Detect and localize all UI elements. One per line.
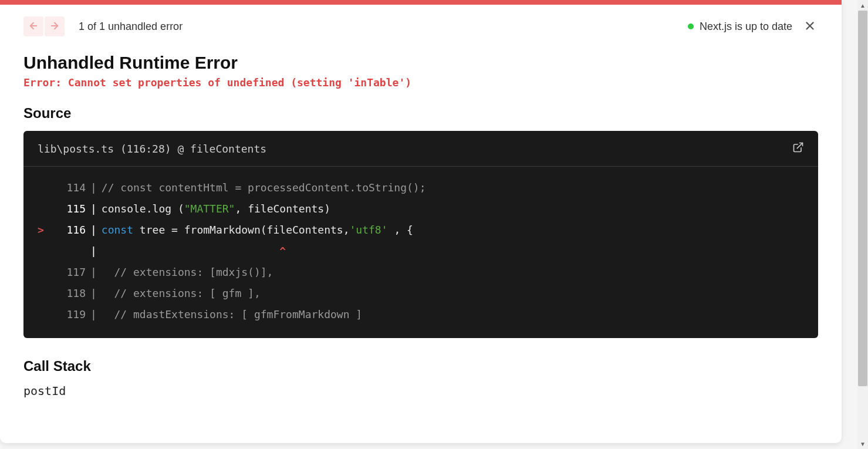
close-button[interactable] xyxy=(802,18,818,35)
source-location: lib\posts.ts (116:28) @ fileContents xyxy=(38,143,266,155)
external-link-icon xyxy=(792,143,804,156)
code-line-117: 117 | // extensions: [mdxjs()], xyxy=(38,262,804,283)
close-icon xyxy=(803,19,816,34)
source-heading: Source xyxy=(23,105,818,121)
nav-buttons xyxy=(23,16,65,36)
error-counter: 1 of 1 unhandled error xyxy=(79,21,183,33)
code-header: lib\posts.ts (116:28) @ fileContents xyxy=(23,131,818,167)
code-line-115: 115 | console.log ("MATTER", fileContent… xyxy=(38,198,804,220)
prev-error-button[interactable] xyxy=(23,16,43,36)
code-line-119: 119 | // mdastExtensions: [ gfmFromMarkd… xyxy=(38,304,804,325)
source-code-block: lib\posts.ts (116:28) @ fileContents 114… xyxy=(23,131,818,338)
scrollbar-thumb[interactable] xyxy=(858,11,867,386)
code-body: 114 | // const contentHtml = processedCo… xyxy=(23,167,818,338)
nav-group: 1 of 1 unhandled error xyxy=(23,16,183,36)
overlay-header: 1 of 1 unhandled error Next.js is up to … xyxy=(23,16,818,36)
scroll-down-icon[interactable]: ▼ xyxy=(857,438,868,449)
svg-line-4 xyxy=(797,143,802,148)
next-error-button[interactable] xyxy=(45,16,65,36)
code-line-114: 114 | // const contentHtml = processedCo… xyxy=(38,177,804,198)
status-dot-icon xyxy=(688,23,694,29)
status-text: Next.js is up to date xyxy=(700,21,792,33)
code-line-116: > 116 | const tree = fromMarkdown(fileCo… xyxy=(38,220,804,241)
caret-pointer-icon: ^ xyxy=(102,241,286,262)
callstack-heading: Call Stack xyxy=(23,358,818,374)
callstack-item-0: postId xyxy=(23,384,818,398)
open-in-editor-button[interactable] xyxy=(792,141,804,156)
overlay-top-accent xyxy=(0,0,842,5)
scroll-up-icon[interactable]: ▲ xyxy=(857,0,868,11)
code-caret-line: | ^ xyxy=(38,241,804,262)
arrow-left-icon xyxy=(28,21,39,33)
error-overlay: 1 of 1 unhandled error Next.js is up to … xyxy=(0,0,842,443)
error-message: Error: Cannot set properties of undefine… xyxy=(23,76,818,89)
arrow-right-icon xyxy=(49,21,60,33)
error-line-marker-icon: > xyxy=(38,220,46,241)
overlay-content: 1 of 1 unhandled error Next.js is up to … xyxy=(0,5,842,443)
status-group: Next.js is up to date xyxy=(688,18,818,35)
code-line-118: 118 | // extensions: [ gfm ], xyxy=(38,283,804,304)
error-title: Unhandled Runtime Error xyxy=(23,53,818,73)
vertical-scrollbar[interactable]: ▲ ▼ xyxy=(857,0,868,449)
